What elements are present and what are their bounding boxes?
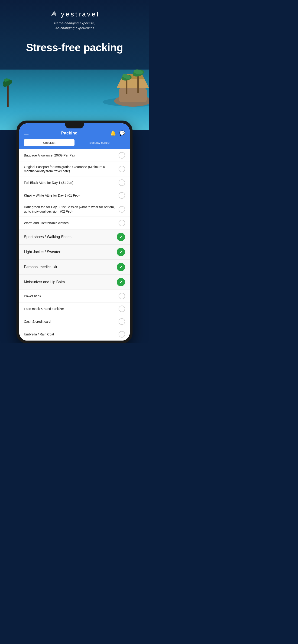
brand-logo-icon [50, 9, 60, 20]
item-checkbox[interactable] [119, 306, 125, 312]
phone-screen: Packing 🔔 💬 Checklist Security control B [19, 123, 130, 340]
menu-line-3 [24, 134, 29, 134]
list-item[interactable]: Khaki + White Attire for Day 2 (01 Feb) [19, 189, 130, 202]
phone-notch [65, 123, 84, 128]
list-item[interactable]: Cash & credit card [19, 315, 130, 328]
item-checked[interactable] [117, 248, 125, 256]
island-decoration [98, 60, 149, 111]
list-item[interactable]: Face mask & hand sanitizer [19, 302, 130, 315]
item-checkbox[interactable] [119, 166, 125, 172]
item-checked[interactable] [117, 278, 125, 286]
item-text: Power bank [24, 294, 119, 298]
highlighted-list-item[interactable]: Sport shoes / Walking Shoes [19, 230, 130, 244]
item-checkbox[interactable] [119, 220, 125, 226]
tab-security[interactable]: Security control [75, 139, 125, 146]
hero-section: yestravel Game-changing expertise,life-c… [0, 0, 149, 130]
brand-tagline: Game-changing expertise,life-changing ex… [54, 21, 95, 30]
svg-rect-2 [119, 88, 147, 102]
bell-icon[interactable]: 🔔 [110, 130, 116, 136]
tabs-bar: Checklist Security control [19, 139, 130, 149]
svg-marker-3 [117, 79, 149, 88]
highlighted-list-item[interactable]: Personal medical kit [19, 260, 130, 275]
item-checkbox[interactable] [119, 192, 125, 199]
svg-rect-8 [126, 79, 127, 94]
item-checkbox[interactable] [119, 293, 125, 299]
left-trees [0, 70, 21, 107]
logo-row: yestravel [50, 9, 100, 20]
item-checkbox[interactable] [119, 180, 125, 186]
app-title: Packing [61, 131, 78, 136]
list-item[interactable]: Dark green top for Day 3, 1st Session [w… [19, 202, 130, 216]
list-item[interactable]: Original Passport for Immigration Cleara… [19, 162, 130, 176]
menu-line-1 [24, 132, 29, 132]
header-icons: 🔔 💬 [110, 130, 125, 136]
hero-title: Stress-free packing [26, 42, 123, 54]
phone-section: Packing 🔔 💬 Checklist Security control B [0, 120, 149, 343]
item-checkbox[interactable] [119, 206, 125, 212]
highlighted-list-item[interactable]: Light Jacket / Sweater [19, 244, 130, 260]
item-text: Light Jacket / Sweater [24, 250, 117, 254]
item-checkbox[interactable] [119, 152, 125, 158]
list-item[interactable]: Baggage Allowance: 20KG Per Pax [19, 149, 130, 162]
item-text: Full Black Attire for Day 1 (31 Jan) [24, 180, 119, 185]
item-text: Cash & credit card [24, 320, 119, 324]
list-item[interactable]: Full Black Attire for Day 1 (31 Jan) [19, 176, 130, 189]
brand-name: yestravel [61, 11, 100, 18]
item-text: Baggage Allowance: 20KG Per Pax [24, 153, 119, 158]
item-checked[interactable] [117, 233, 125, 241]
item-text: Original Passport for Immigration Cleara… [24, 165, 119, 173]
list-item[interactable]: Warm and Comfortable clothes [19, 217, 130, 230]
item-checkbox[interactable] [119, 331, 125, 338]
item-text: Sport shoes / Walking Shoes [24, 235, 117, 239]
item-text: Dark green top for Day 3, 1st Session [w… [24, 205, 119, 213]
menu-line-2 [24, 133, 29, 133]
list-item[interactable]: Power bank [19, 290, 130, 302]
phone-frame: Packing 🔔 💬 Checklist Security control B [17, 120, 133, 343]
logo-area: yestravel Game-changing expertise,life-c… [50, 9, 100, 30]
item-text: Face mask & hand sanitizer [24, 307, 119, 311]
checklist-container: Baggage Allowance: 20KG Per Pax Original… [19, 149, 130, 340]
item-text: Umbrella / Rain Coat [24, 332, 119, 336]
item-text: Moisturizer and Lip Balm [24, 280, 117, 284]
svg-rect-5 [137, 74, 139, 93]
item-text: Warm and Comfortable clothes [24, 221, 119, 225]
item-text: Khaki + White Attire for Day 2 (01 Feb) [24, 193, 119, 198]
tab-checklist[interactable]: Checklist [24, 139, 75, 146]
item-checkbox[interactable] [119, 318, 125, 325]
item-text: Personal medical kit [24, 265, 117, 269]
svg-rect-11 [7, 84, 9, 107]
menu-button[interactable] [24, 132, 29, 134]
chat-icon[interactable]: 💬 [119, 130, 125, 136]
list-item[interactable]: Umbrella / Rain Coat [19, 328, 130, 340]
highlighted-list-item[interactable]: Moisturizer and Lip Balm [19, 275, 130, 290]
item-checked[interactable] [117, 263, 125, 271]
